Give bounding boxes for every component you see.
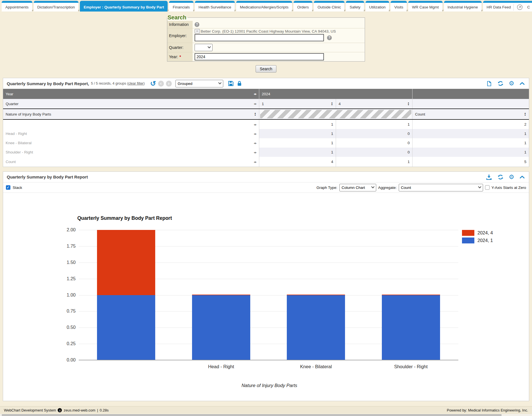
value-cell: 0 — [336, 148, 412, 157]
tab-label: C — [527, 5, 530, 9]
stack-checkbox[interactable] — [6, 185, 10, 190]
tab-orders[interactable]: Orders — [294, 1, 312, 12]
bar-segment[interactable] — [97, 295, 155, 360]
sort-icon[interactable] — [524, 112, 526, 116]
legend-swatch — [462, 238, 474, 243]
gear-icon[interactable]: ⚙ — [509, 174, 514, 180]
group-mode-select[interactable]: Grouped — [175, 80, 223, 87]
tab-accent-bar — [34, 1, 79, 3]
tab-health-surveillance[interactable]: Health Surveillance — [195, 1, 235, 12]
search-row-information: Information — [167, 21, 365, 28]
tab-c[interactable]: C — [524, 1, 532, 12]
cell-value: 2 — [524, 122, 526, 126]
hatched-cell — [259, 109, 412, 119]
previous-page-icon[interactable] — [158, 81, 164, 87]
move-columns-icon[interactable] — [254, 123, 256, 126]
value-cell: 1 — [412, 129, 529, 138]
tab-body: Financials — [169, 3, 193, 12]
search-row-year: Year:* — [167, 52, 365, 61]
help-icon[interactable] — [195, 22, 199, 27]
legend-label: 2024, 1 — [477, 238, 493, 243]
refresh-icon[interactable] — [497, 80, 504, 87]
search-section: Search Information Employer: – Better Co… — [167, 14, 365, 73]
tab-wr-case-mgmt[interactable]: WR Case Mgmt — [408, 1, 442, 12]
bar-segment[interactable] — [287, 295, 345, 360]
chevron-down-icon — [218, 81, 221, 84]
tab-label: Orders — [297, 5, 309, 9]
quarter-select[interactable] — [195, 44, 213, 51]
quarter-label: Quarter: — [167, 43, 193, 52]
lock-icon[interactable] — [236, 80, 243, 87]
download-icon[interactable] — [486, 174, 492, 180]
tab-financials[interactable]: Financials — [169, 1, 193, 12]
legend-item: 2024, 4 — [462, 230, 493, 236]
save-icon[interactable] — [227, 80, 234, 87]
next-page-icon[interactable] — [166, 81, 172, 87]
tab-outside-clinic[interactable]: Outside Clinic — [314, 1, 344, 12]
value-cell: 1 — [336, 120, 412, 129]
y-tick-label: 2.00 — [34, 227, 76, 232]
tab-employer-quarterly-summary-by-body-part[interactable]: Employer : Quarterly Summary by Body Par… — [80, 1, 168, 12]
chart-body: Quarterly Summary by Body Part Report Na… — [3, 193, 529, 401]
tab-label: Industrial Hygiene — [448, 5, 478, 9]
refresh-icon[interactable] — [497, 174, 504, 180]
tab-label: Utilization — [369, 5, 386, 9]
tab-body: C — [524, 3, 532, 12]
chart-panel-header: Quarterly Summary by Body Part Report ⚙ — [3, 172, 529, 182]
collapse-panel-icon[interactable] — [519, 80, 525, 87]
bar-segment[interactable] — [287, 295, 345, 295]
sort-icon[interactable] — [407, 102, 410, 106]
move-columns-icon[interactable] — [254, 141, 256, 145]
year-input[interactable] — [195, 53, 324, 60]
move-columns-icon[interactable] — [254, 92, 256, 96]
tab-label: Dictation/Transcription — [37, 5, 75, 9]
table-row: 112 — [3, 120, 529, 129]
tab-appointments[interactable]: Appointments — [2, 1, 32, 12]
tab-industrial-hygiene[interactable]: Industrial Hygiene — [444, 1, 482, 12]
tab-safety[interactable]: Safety — [346, 1, 364, 12]
new-document-icon[interactable] — [486, 80, 492, 87]
value-cell: 4 — [259, 157, 336, 167]
search-button[interactable]: Search — [256, 65, 276, 73]
tab-utilization[interactable]: Utilization — [366, 1, 389, 12]
collapse-employer-button[interactable]: – — [195, 29, 200, 33]
employer-input[interactable] — [195, 34, 324, 41]
move-columns-icon[interactable] — [254, 132, 256, 136]
tab-dictation-transcription[interactable]: Dictation/Transcription — [34, 1, 79, 12]
aggregate-select[interactable]: Count — [399, 184, 483, 191]
bar-segment[interactable] — [97, 230, 155, 295]
info-icon[interactable] — [58, 408, 62, 412]
bar-segment[interactable] — [192, 295, 250, 360]
clear-filter-link[interactable]: clear filter — [128, 82, 143, 85]
move-columns-icon[interactable] — [254, 102, 256, 106]
external-link-icon[interactable] — [516, 4, 523, 11]
yaxis-zero-checkbox[interactable] — [485, 185, 490, 190]
bar-segment[interactable] — [382, 295, 440, 360]
gear-icon[interactable]: ⚙ — [509, 80, 514, 87]
sort-icon[interactable] — [254, 112, 256, 116]
cell-value: 1 — [331, 122, 333, 126]
bar-segment[interactable] — [192, 295, 250, 295]
value-cell: 0 — [336, 129, 412, 138]
quarter-4-cell: 4 — [336, 99, 412, 108]
tab-accent-bar — [169, 1, 193, 3]
collapse-panel-icon[interactable] — [519, 174, 525, 180]
move-columns-icon[interactable] — [254, 160, 256, 164]
help-icon[interactable] — [327, 35, 332, 40]
count-header-cell: Count — [412, 109, 529, 119]
scrollbar-thumb[interactable] — [2, 414, 502, 416]
sort-icon[interactable] — [331, 102, 333, 106]
move-columns-icon[interactable] — [254, 150, 256, 154]
row-label-cell: Knee - Bilateral — [3, 138, 259, 148]
tab-medications-allergies-scripts[interactable]: Medications/Allergies/Scripts — [236, 1, 292, 12]
bar-segment[interactable] — [382, 295, 440, 295]
value-cell: 1 — [259, 138, 336, 148]
tab-accent-bar — [483, 1, 527, 3]
value-cell: 1 — [412, 138, 529, 148]
tab-body: Employer : Quarterly Summary by Body Par… — [80, 3, 168, 12]
graph-type-select[interactable]: Column Chart — [339, 184, 376, 191]
tab-visits[interactable]: Visits — [391, 1, 407, 12]
cell-value: 1 — [524, 141, 526, 145]
undo-icon[interactable]: ↺ — [150, 80, 156, 87]
tab-hr-data-feed[interactable]: HR Data Feed — [483, 1, 527, 12]
